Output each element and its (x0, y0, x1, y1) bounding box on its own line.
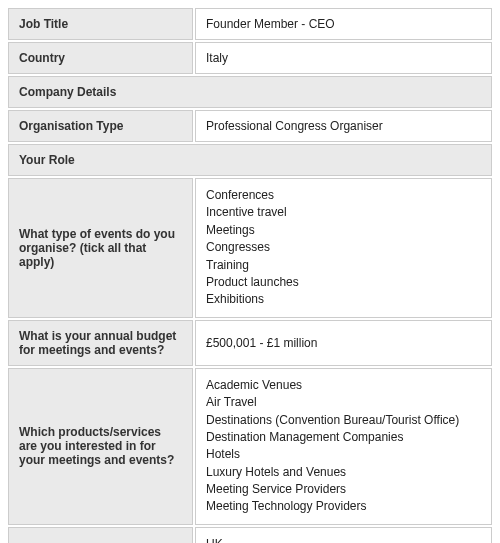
table-row: Your Role (8, 144, 492, 176)
locations-label: Which locations are you interested in fo… (8, 527, 193, 543)
table-row: What type of events do you organise? (ti… (8, 178, 492, 318)
country-value: Italy (195, 42, 492, 74)
table-row: Country Italy (8, 42, 492, 74)
event-types-value: ConferencesIncentive travelMeetingsCongr… (195, 178, 492, 318)
org-type-label: Organisation Type (8, 110, 193, 142)
products-services-value: Academic VenuesAir TravelDestinations (C… (195, 368, 492, 525)
budget-label: What is your annual budget for meetings … (8, 320, 193, 366)
table-row: Organisation Type Professional Congress … (8, 110, 492, 142)
job-title-label: Job Title (8, 8, 193, 40)
country-label: Country (8, 42, 193, 74)
table-row: Which products/services are you interest… (8, 368, 492, 525)
your-role-header: Your Role (8, 144, 492, 176)
profile-table: Job Title Founder Member - CEO Country I… (6, 6, 494, 543)
products-services-label: Which products/services are you interest… (8, 368, 193, 525)
org-type-value: Professional Congress Organiser (195, 110, 492, 142)
budget-value: £500,001 - £1 million (195, 320, 492, 366)
locations-value: UKEuropeNorth AmericaAfricaMiddle East (195, 527, 492, 543)
table-row: Job Title Founder Member - CEO (8, 8, 492, 40)
table-row: Company Details (8, 76, 492, 108)
table-row: What is your annual budget for meetings … (8, 320, 492, 366)
event-types-label: What type of events do you organise? (ti… (8, 178, 193, 318)
table-row: Which locations are you interested in fo… (8, 527, 492, 543)
company-details-header: Company Details (8, 76, 492, 108)
job-title-value: Founder Member - CEO (195, 8, 492, 40)
